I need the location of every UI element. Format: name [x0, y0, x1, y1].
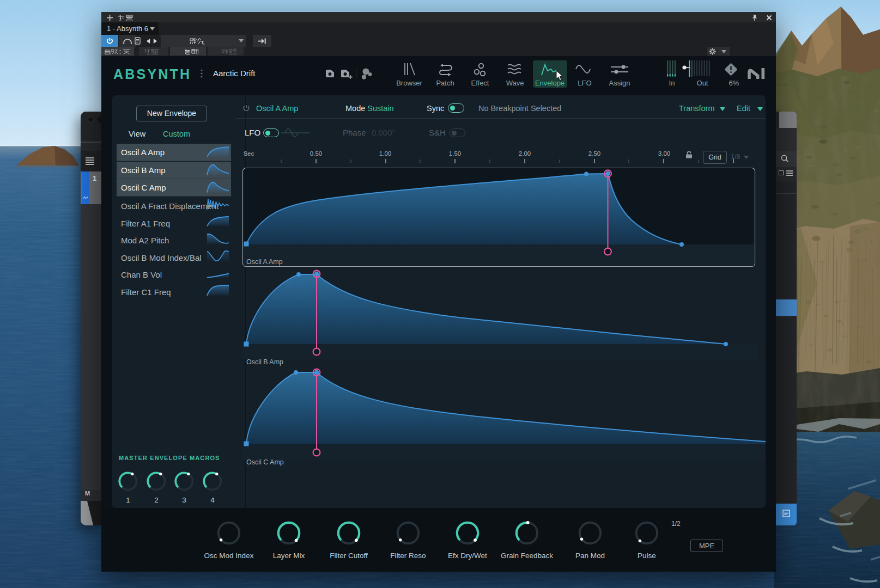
svg-text:Oscil C Amp: Oscil C Amp	[246, 458, 284, 466]
svg-text:Oscil A Amp: Oscil A Amp	[246, 258, 283, 266]
svg-text:Oscil B Amp: Oscil B Amp	[246, 358, 283, 366]
